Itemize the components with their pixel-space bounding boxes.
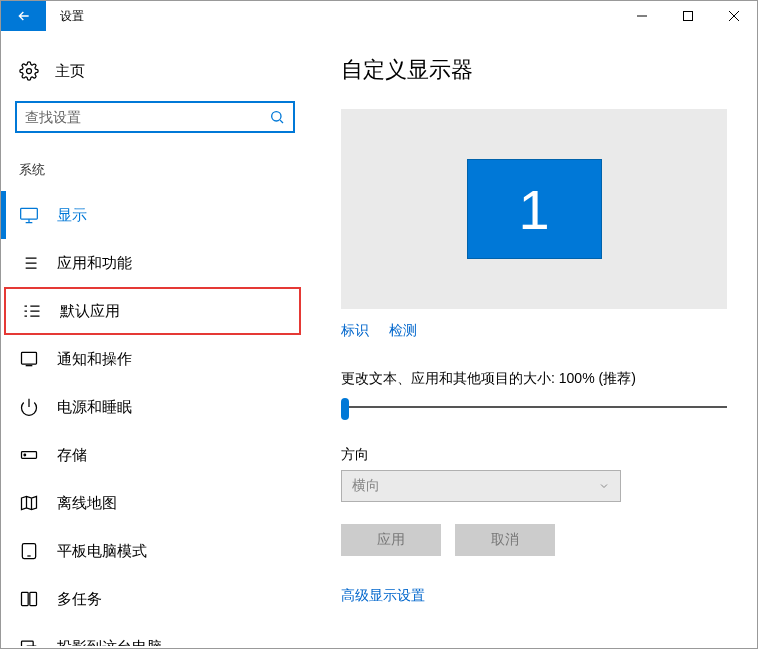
nav-item-default-apps[interactable]: 默认应用 [4,287,301,335]
window-controls [619,1,757,31]
window-title: 设置 [46,8,619,25]
nav-item-label: 存储 [57,446,87,465]
nav-item-project[interactable]: 投影到这台电脑 [1,623,311,646]
default-apps-icon [22,301,42,321]
nav-item-maps[interactable]: 离线地图 [1,479,311,527]
close-button[interactable] [711,1,757,31]
monitor-1[interactable]: 1 [467,159,602,259]
map-icon [19,493,39,513]
svg-rect-0 [684,12,693,21]
orientation-label: 方向 [341,446,727,464]
svg-rect-8 [22,592,29,605]
sidebar: 主页 系统 显示 应用和功能 默认应用 通知和操 [1,31,311,648]
nav-item-label: 通知和操作 [57,350,132,369]
list-icon [19,253,39,273]
monitor-icon [19,205,39,225]
gear-icon [19,61,39,81]
scale-label: 更改文本、应用和其他项目的大小: 100% (推荐) [341,370,727,388]
orientation-select[interactable]: 横向 [341,470,621,502]
nav-item-label: 平板电脑模式 [57,542,147,561]
identify-link[interactable]: 标识 [341,322,369,338]
multitask-icon [19,589,39,609]
nav-item-tablet[interactable]: 平板电脑模式 [1,527,311,575]
back-button[interactable] [1,1,46,31]
chevron-down-icon [598,480,610,492]
nav-list[interactable]: 显示 应用和功能 默认应用 通知和操作 电源和睡眠 存储 [1,191,311,646]
cancel-button[interactable]: 取消 [455,524,555,556]
svg-rect-4 [22,352,37,364]
nav-item-label: 投影到这台电脑 [57,638,162,647]
display-preview: 1 [341,109,727,309]
search-input[interactable] [25,109,269,125]
nav-item-label: 离线地图 [57,494,117,513]
nav-item-notifications[interactable]: 通知和操作 [1,335,311,383]
maximize-icon [683,11,693,21]
maximize-button[interactable] [665,1,711,31]
monitor-number: 1 [518,177,549,242]
minimize-icon [637,11,647,21]
svg-point-1 [27,69,32,74]
notification-icon [19,349,39,369]
section-label: 系统 [1,133,311,191]
nav-item-label: 默认应用 [60,302,120,321]
close-icon [729,11,739,21]
project-icon [19,637,39,646]
slider-track [341,406,727,408]
nav-item-power[interactable]: 电源和睡眠 [1,383,311,431]
storage-icon [19,445,39,465]
svg-point-2 [272,112,281,121]
nav-item-label: 多任务 [57,590,102,609]
slider-thumb[interactable] [341,398,349,420]
power-icon [19,397,39,417]
main-panel: 自定义显示器 1 标识 检测 更改文本、应用和其他项目的大小: 100% (推荐… [311,31,757,648]
svg-rect-9 [30,592,37,605]
nav-item-display[interactable]: 显示 [1,191,311,239]
minimize-button[interactable] [619,1,665,31]
home-label: 主页 [55,62,85,81]
svg-point-6 [24,454,26,456]
detect-link[interactable]: 检测 [389,322,417,338]
nav-item-multitask[interactable]: 多任务 [1,575,311,623]
search-box[interactable] [15,101,295,133]
tablet-icon [19,541,39,561]
page-title: 自定义显示器 [341,55,727,85]
svg-rect-10 [22,641,34,646]
apply-button[interactable]: 应用 [341,524,441,556]
nav-item-apps[interactable]: 应用和功能 [1,239,311,287]
nav-item-label: 电源和睡眠 [57,398,132,417]
arrow-left-icon [16,8,32,24]
title-bar: 设置 [1,1,757,31]
nav-item-label: 应用和功能 [57,254,132,273]
advanced-link[interactable]: 高级显示设置 [341,587,425,603]
svg-rect-3 [21,208,38,219]
home-link[interactable]: 主页 [1,51,311,91]
scale-slider[interactable] [341,396,727,420]
orientation-value: 横向 [352,477,380,495]
nav-item-storage[interactable]: 存储 [1,431,311,479]
search-icon [269,109,285,125]
nav-item-label: 显示 [57,206,87,225]
